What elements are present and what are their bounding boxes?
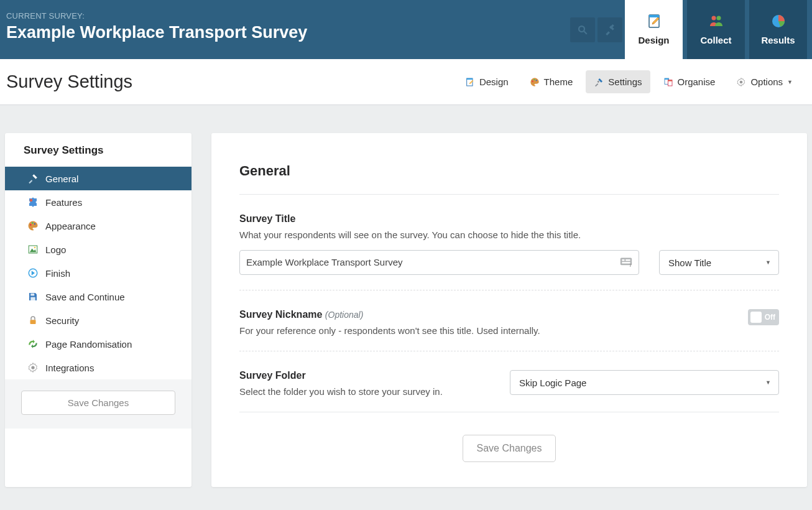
content-card: General Survey Title What your responden…	[211, 133, 807, 487]
tab-collect-label: Collect	[700, 35, 731, 45]
tab-results[interactable]: Results	[749, 0, 807, 59]
svg-point-21	[34, 223, 35, 225]
wrench-hammer-icon	[594, 77, 604, 87]
subtab-options[interactable]: Options ▼	[728, 70, 801, 93]
subtab-theme[interactable]: Theme	[522, 70, 581, 93]
title-visibility-select[interactable]: Show Title	[659, 250, 779, 275]
piping-icon[interactable]: 7	[620, 257, 632, 268]
sidebar-item-label: Features	[45, 197, 82, 208]
tab-collect[interactable]: Collect	[687, 0, 745, 59]
tools-icon	[604, 24, 616, 35]
second-toolbar: Survey Settings Design Theme Settings Or…	[0, 59, 812, 105]
svg-rect-14	[665, 78, 669, 80]
gear-icon	[736, 77, 746, 87]
sidebar-item-security[interactable]: Security	[5, 308, 191, 332]
folder-select[interactable]: Skip Logic Page	[510, 370, 779, 395]
chevron-down-icon: ▼	[787, 79, 793, 85]
svg-point-20	[32, 222, 33, 223]
svg-point-4	[711, 16, 716, 21]
nickname-label-text: Survey Nickname	[239, 309, 322, 320]
sidebar-item-save-continue[interactable]: Save and Continue	[5, 285, 191, 308]
gear-icon	[27, 362, 39, 373]
svg-rect-12	[597, 80, 600, 83]
top-header: CURRENT SURVEY: Example Workplace Transp…	[0, 0, 812, 59]
sidebar-item-finish[interactable]: Finish	[5, 261, 191, 285]
design-subtabs: Design Theme Settings Organise Options ▼	[457, 70, 801, 93]
subtab-design-label: Design	[479, 76, 509, 87]
sidebar-item-label: Page Randomisation	[45, 339, 132, 350]
palette-icon	[27, 220, 39, 231]
magnifier-icon	[577, 24, 588, 35]
subtab-organise-label: Organise	[678, 76, 716, 87]
survey-title-label: Survey Title	[239, 213, 779, 225]
title-visibility-value: Show Title	[668, 257, 711, 268]
image-icon	[27, 244, 39, 255]
sidebar-item-randomisation[interactable]: Page Randomisation	[5, 332, 191, 356]
sidebar-save-button[interactable]: Save Changes	[21, 391, 175, 415]
svg-text:7: 7	[629, 263, 632, 269]
organise-pages-icon	[663, 77, 673, 87]
survey-title-input[interactable]: Example Workplace Transport Survey 7	[239, 250, 639, 275]
svg-point-11	[535, 80, 537, 81]
svg-point-9	[532, 80, 533, 81]
tab-design[interactable]: Design	[625, 0, 683, 59]
tools-button[interactable]	[597, 17, 622, 42]
toggle-off-label: Off	[765, 313, 775, 322]
subtab-settings-label: Settings	[608, 76, 642, 87]
svg-rect-8	[467, 78, 473, 80]
folder-help: Select the folder you wish to store your…	[239, 386, 497, 397]
survey-title-help: What your respondents will see on the su…	[239, 230, 779, 240]
preview-button[interactable]	[570, 17, 595, 42]
palette-icon	[530, 77, 540, 87]
sidebar-item-label: General	[45, 174, 78, 184]
content-save-button[interactable]: Save Changes	[463, 435, 556, 462]
survey-name: Example Workplace Transport Survey	[6, 23, 564, 42]
svg-point-0	[579, 26, 584, 32]
tab-design-label: Design	[638, 35, 669, 45]
design-page-icon	[647, 14, 662, 29]
puzzle-icon	[27, 197, 39, 208]
nickname-label: Survey Nickname (Optional)	[239, 309, 736, 320]
svg-rect-28	[30, 320, 36, 324]
svg-rect-27	[30, 297, 35, 300]
row-folder: Survey Folder Select the folder you wish…	[239, 351, 779, 412]
people-icon	[709, 14, 724, 29]
sidebar-item-label: Save and Continue	[45, 292, 125, 302]
sidebar-item-general[interactable]: General	[5, 167, 191, 190]
nickname-help: For your reference only - respondents wo…	[239, 325, 736, 336]
sidebar-item-logo[interactable]: Logo	[5, 238, 191, 261]
row-survey-title: Survey Title What your respondents will …	[239, 195, 779, 290]
svg-point-24	[34, 247, 36, 249]
sidebar-item-integrations[interactable]: Integrations	[5, 356, 191, 379]
page-pencil-icon	[465, 77, 475, 87]
svg-rect-3	[649, 15, 659, 17]
subtab-design[interactable]: Design	[457, 70, 517, 93]
folder-label: Survey Folder	[239, 370, 497, 381]
sidebar-title: Survey Settings	[5, 133, 191, 167]
svg-point-29	[31, 366, 34, 369]
sidebar-footer: Save Changes	[5, 379, 191, 429]
subtab-organise[interactable]: Organise	[655, 70, 724, 93]
subtab-settings[interactable]: Settings	[586, 70, 650, 93]
settings-sidebar: Survey Settings General Features Appeara…	[5, 133, 191, 487]
svg-point-18	[30, 199, 33, 202]
shuffle-arrows-icon	[27, 338, 39, 350]
content-heading: General	[239, 163, 779, 195]
svg-line-1	[584, 31, 587, 34]
nickname-optional: (Optional)	[325, 310, 363, 320]
finish-flag-icon	[27, 267, 39, 279]
sidebar-item-appearance[interactable]: Appearance	[5, 214, 191, 238]
row-nickname: Survey Nickname (Optional) For your refe…	[239, 290, 779, 351]
nickname-toggle[interactable]: Off	[748, 309, 779, 325]
svg-point-10	[533, 78, 535, 80]
svg-rect-16	[668, 80, 672, 81]
sidebar-item-label: Appearance	[45, 221, 96, 231]
floppy-disk-icon	[27, 291, 39, 302]
sidebar-item-label: Security	[45, 315, 79, 326]
tab-results-label: Results	[761, 35, 795, 45]
current-survey-label: CURRENT SURVEY:	[6, 11, 564, 21]
header-icon-buttons	[570, 0, 622, 59]
pie-chart-icon	[771, 14, 786, 29]
sidebar-item-features[interactable]: Features	[5, 190, 191, 214]
lock-icon	[27, 315, 39, 326]
